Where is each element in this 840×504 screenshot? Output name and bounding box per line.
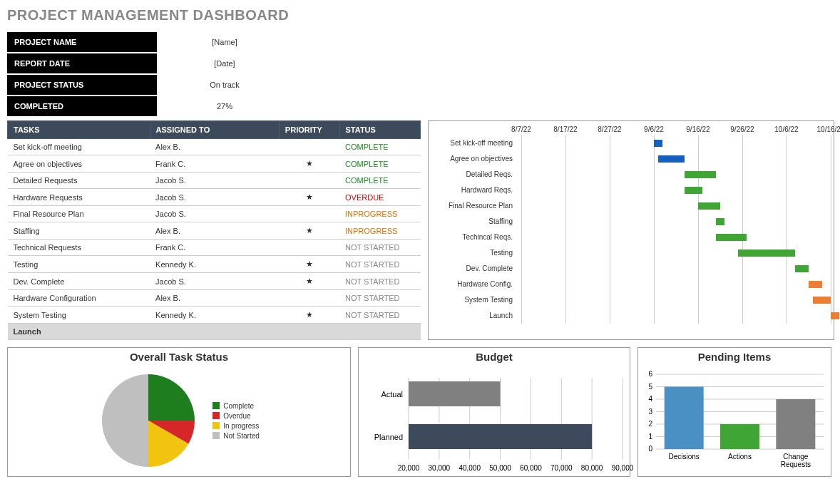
axis-tick: 50,000 — [489, 464, 511, 472]
legend-item: Complete — [212, 402, 260, 410]
table-row: StaffingAlex B.★INPROGRESS — [8, 222, 421, 240]
task-priority — [279, 240, 339, 256]
gantt-date-label: 9/26/22 — [730, 125, 754, 133]
gantt-date-label: 10/16/22 — [817, 125, 840, 133]
table-row: Agree on objectivesFrank C.★COMPLETE — [8, 155, 421, 173]
task-table: TASKS ASSIGNED TO PRIORITY STATUS Set ki… — [7, 120, 421, 340]
table-row: Detailed RequestsJacob S.COMPLETE — [8, 173, 421, 189]
budget-chart: Budget 20,00030,00040,00050,00060,00070,… — [358, 347, 630, 477]
overall-task-status-chart: Overall Task Status CompleteOverdueIn pr… — [7, 347, 351, 477]
gantt-row-label: Final Resource Plan — [431, 198, 517, 214]
task-name: Hardware Configuration — [8, 290, 150, 307]
task-status: NOT STARTED — [339, 290, 420, 307]
task-assigned: Jacob S. — [150, 189, 279, 206]
overall-title: Overall Task Status — [8, 351, 350, 363]
budget-bar — [409, 424, 592, 449]
gantt-row-label: Testing — [431, 245, 517, 261]
gantt-date-label: 9/6/22 — [644, 125, 664, 133]
th-status: STATUS — [339, 121, 420, 139]
task-status: INPROGRESS — [339, 222, 420, 240]
axis-tick: 4 — [648, 395, 652, 403]
gantt-bar — [813, 297, 831, 304]
axis-tick: 0 — [648, 445, 652, 453]
pie-slice — [148, 374, 195, 421]
gantt-chart: 8/7/228/17/228/27/229/6/229/16/229/26/22… — [428, 120, 834, 340]
task-priority: ★ — [279, 307, 339, 324]
task-name: System Testing — [8, 307, 150, 324]
axis-tick: 3 — [648, 408, 652, 416]
table-row: Technical RequestsFrank C.NOT STARTED — [8, 240, 421, 256]
th-assigned: ASSIGNED TO — [150, 121, 279, 139]
pending-items-chart: Pending Items 0123456DecisionsActionsCha… — [637, 347, 831, 477]
page-title: PROJECT MANAGEMENT DASHBOARD — [7, 7, 840, 24]
value-project-name: [Name] — [157, 38, 292, 46]
task-name: Agree on objectives — [8, 155, 150, 173]
task-assigned: Frank C. — [150, 155, 279, 173]
gantt-bar — [795, 265, 809, 272]
gantt-row-label: Hardward Reqs. — [431, 182, 517, 198]
budget-bar — [409, 381, 501, 406]
gantt-bar — [716, 218, 724, 225]
pie-slice — [102, 374, 148, 467]
task-status: COMPLETE — [339, 139, 420, 155]
task-priority — [279, 139, 339, 155]
task-priority: ★ — [279, 273, 339, 290]
gantt-row-label: Techincal Reqs. — [431, 230, 517, 245]
gantt-date-label: 8/7/22 — [511, 125, 531, 133]
pending-category: Requests — [781, 461, 811, 468]
budget-category: Actual — [381, 390, 403, 398]
value-completed: 27% — [157, 102, 292, 110]
axis-tick: 2 — [648, 420, 652, 428]
axis-tick: 5 — [648, 383, 652, 391]
value-project-status: On track — [157, 81, 292, 89]
task-status: NOT STARTED — [339, 256, 420, 273]
task-priority: ★ — [279, 189, 339, 206]
gantt-bar — [685, 187, 702, 194]
gantt-date-label: 8/17/22 — [553, 125, 577, 133]
task-priority: ★ — [279, 222, 339, 240]
pending-title: Pending Items — [638, 351, 831, 363]
task-assigned: Jacob S. — [150, 206, 279, 222]
task-priority — [279, 290, 339, 307]
th-priority: PRIORITY — [279, 121, 339, 139]
pending-bar — [665, 387, 704, 450]
budget-title: Budget — [359, 351, 630, 363]
pie-graphic — [98, 371, 198, 470]
budget-graphic: 20,00030,00040,00050,00060,00070,00080,0… — [359, 367, 630, 474]
task-status: NOT STARTED — [339, 273, 420, 290]
gantt-bar — [658, 155, 685, 163]
task-status: NOT STARTED — [339, 307, 420, 324]
task-status: COMPLETE — [339, 155, 420, 173]
task-name: Hardware Requests — [8, 189, 150, 206]
axis-tick: 70,000 — [550, 464, 573, 472]
task-priority: ★ — [279, 256, 339, 273]
gantt-row-label: Agree on objectives — [431, 151, 517, 167]
pending-category: Actions — [728, 453, 752, 461]
task-assigned: Jacob S. — [150, 273, 279, 290]
table-row: Hardware RequestsJacob S.★OVERDUE — [8, 189, 421, 206]
legend-item: Overdue — [212, 412, 260, 420]
label-report-date: REPORT DATE — [7, 53, 157, 73]
gantt-date-label: 10/6/22 — [774, 125, 798, 133]
gantt-bar — [809, 281, 822, 288]
axis-tick: 20,000 — [398, 464, 420, 472]
axis-tick: 90,000 — [612, 464, 634, 472]
gantt-bar — [831, 312, 839, 319]
axis-tick: 40,000 — [459, 464, 481, 472]
task-assigned: Alex B. — [150, 139, 279, 155]
gantt-row-label: Set kick-off meeting — [431, 135, 517, 151]
gantt-row-label: Hardware Config. — [431, 277, 517, 292]
gantt-date-label: 9/16/22 — [686, 125, 710, 133]
launch-label: Launch — [8, 324, 421, 340]
legend-item: Not Started — [212, 432, 260, 440]
pie-legend: CompleteOverdueIn progressNot Started — [212, 400, 260, 442]
task-status: COMPLETE — [339, 173, 420, 189]
task-name: Testing — [8, 256, 150, 273]
gantt-row-label: Staffing — [431, 214, 517, 230]
task-name: Detailed Requests — [8, 173, 150, 189]
gantt-bar — [738, 250, 796, 257]
task-name: Set kick-off meeting — [8, 139, 150, 155]
gantt-row-label: Dev. Complete — [431, 261, 517, 277]
gantt-row-label: Detailed Reqs. — [431, 167, 517, 182]
legend-item: In progress — [212, 422, 260, 430]
